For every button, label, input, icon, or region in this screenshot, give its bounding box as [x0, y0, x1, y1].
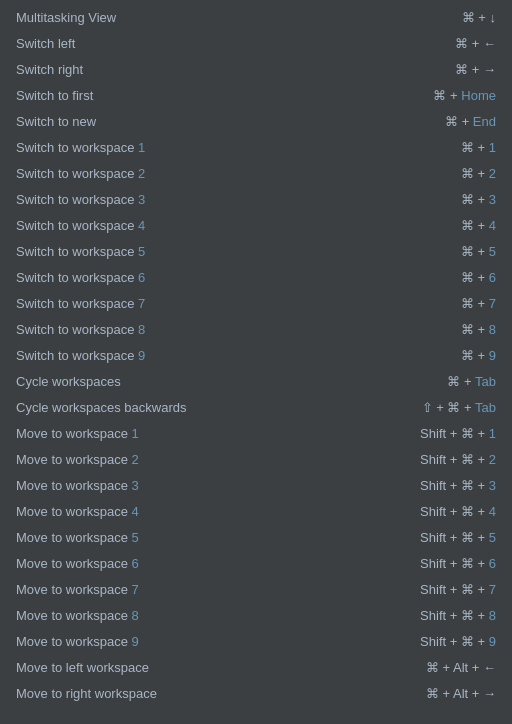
action-label: Switch to first [16, 88, 433, 103]
action-label: Switch to workspace 7 [16, 296, 461, 311]
key-combo: Shift + ⌘ + 6 [420, 556, 496, 571]
action-label: Switch to workspace 8 [16, 322, 461, 337]
action-label: Cycle workspaces [16, 374, 447, 389]
key-combo: ⌘ + Alt + ← [426, 660, 496, 675]
key-combo: ⌘ + End [445, 114, 496, 129]
action-label: Move to workspace 7 [16, 582, 420, 597]
key-combo: ⌘ + 2 [461, 166, 496, 181]
shortcut-row: Switch to first⌘ + Home [0, 82, 512, 108]
shortcut-row: Switch to new⌘ + End [0, 108, 512, 134]
key-combo: ⌘ + Tab [447, 374, 496, 389]
shortcut-row: Switch to workspace 8⌘ + 8 [0, 316, 512, 342]
shortcut-row: Switch to workspace 3⌘ + 3 [0, 186, 512, 212]
action-label: Switch to workspace 5 [16, 244, 461, 259]
key-combo: ⇧ + ⌘ + Tab [422, 400, 496, 415]
key-combo: ⌘ + ↓ [462, 10, 496, 25]
action-label: Switch to workspace 2 [16, 166, 461, 181]
shortcut-row: Switch to workspace 2⌘ + 2 [0, 160, 512, 186]
action-label: Move to workspace 2 [16, 452, 420, 467]
key-combo: ⌘ + 3 [461, 192, 496, 207]
action-label: Move to workspace 3 [16, 478, 420, 493]
action-label: Switch to workspace 6 [16, 270, 461, 285]
key-combo: ⌘ + Home [433, 88, 496, 103]
key-combo: Shift + ⌘ + 7 [420, 582, 496, 597]
key-combo: Shift + ⌘ + 2 [420, 452, 496, 467]
action-label: Move to workspace 5 [16, 530, 420, 545]
action-label: Switch to workspace 1 [16, 140, 461, 155]
action-label: Move to workspace 1 [16, 426, 420, 441]
shortcut-row: Move to left workspace⌘ + Alt + ← [0, 654, 512, 680]
action-label: Switch right [16, 62, 455, 77]
shortcut-row: Move to workspace 6Shift + ⌘ + 6 [0, 550, 512, 576]
shortcut-row: Move to workspace 2Shift + ⌘ + 2 [0, 446, 512, 472]
key-combo: Shift + ⌘ + 8 [420, 608, 496, 623]
shortcuts-list: Multitasking View⌘ + ↓Switch left⌘ + ←Sw… [0, 0, 512, 710]
key-combo: ⌘ + 9 [461, 348, 496, 363]
action-label: Move to workspace 6 [16, 556, 420, 571]
action-label: Cycle workspaces backwards [16, 400, 422, 415]
action-label: Multitasking View [16, 10, 462, 25]
shortcut-row: Switch to workspace 6⌘ + 6 [0, 264, 512, 290]
shortcut-row: Move to workspace 7Shift + ⌘ + 7 [0, 576, 512, 602]
shortcut-row: Move to workspace 1Shift + ⌘ + 1 [0, 420, 512, 446]
action-label: Switch to workspace 9 [16, 348, 461, 363]
action-label: Move to right workspace [16, 686, 426, 701]
action-label: Switch left [16, 36, 455, 51]
key-combo: ⌘ + → [455, 62, 496, 77]
key-combo: Shift + ⌘ + 3 [420, 478, 496, 493]
key-combo: ⌘ + 5 [461, 244, 496, 259]
shortcut-row: Switch to workspace 1⌘ + 1 [0, 134, 512, 160]
shortcut-row: Move to right workspace⌘ + Alt + → [0, 680, 512, 706]
action-label: Move to workspace 4 [16, 504, 420, 519]
action-label: Switch to workspace 4 [16, 218, 461, 233]
key-combo: ⌘ + 1 [461, 140, 496, 155]
key-combo: Shift + ⌘ + 5 [420, 530, 496, 545]
action-label: Move to workspace 9 [16, 634, 420, 649]
shortcut-row: Multitasking View⌘ + ↓ [0, 4, 512, 30]
shortcut-row: Switch left⌘ + ← [0, 30, 512, 56]
key-combo: Shift + ⌘ + 9 [420, 634, 496, 649]
key-combo: ⌘ + 6 [461, 270, 496, 285]
key-combo: Shift + ⌘ + 1 [420, 426, 496, 441]
action-label: Move to left workspace [16, 660, 426, 675]
shortcut-row: Switch right⌘ + → [0, 56, 512, 82]
key-combo: ⌘ + 7 [461, 296, 496, 311]
action-label: Switch to workspace 3 [16, 192, 461, 207]
shortcut-row: Move to workspace 8Shift + ⌘ + 8 [0, 602, 512, 628]
shortcut-row: Switch to workspace 7⌘ + 7 [0, 290, 512, 316]
shortcut-row: Cycle workspaces backwards⇧ + ⌘ + Tab [0, 394, 512, 420]
shortcut-row: Switch to workspace 9⌘ + 9 [0, 342, 512, 368]
key-combo: ⌘ + ← [455, 36, 496, 51]
key-combo: ⌘ + Alt + → [426, 686, 496, 701]
shortcut-row: Move to workspace 4Shift + ⌘ + 4 [0, 498, 512, 524]
key-combo: ⌘ + 4 [461, 218, 496, 233]
shortcut-row: Move to workspace 5Shift + ⌘ + 5 [0, 524, 512, 550]
shortcut-row: Switch to workspace 5⌘ + 5 [0, 238, 512, 264]
shortcut-row: Move to workspace 3Shift + ⌘ + 3 [0, 472, 512, 498]
shortcut-row: Cycle workspaces⌘ + Tab [0, 368, 512, 394]
shortcut-row: Move to workspace 9Shift + ⌘ + 9 [0, 628, 512, 654]
action-label: Move to workspace 8 [16, 608, 420, 623]
key-combo: ⌘ + 8 [461, 322, 496, 337]
key-combo: Shift + ⌘ + 4 [420, 504, 496, 519]
action-label: Switch to new [16, 114, 445, 129]
shortcut-row: Switch to workspace 4⌘ + 4 [0, 212, 512, 238]
